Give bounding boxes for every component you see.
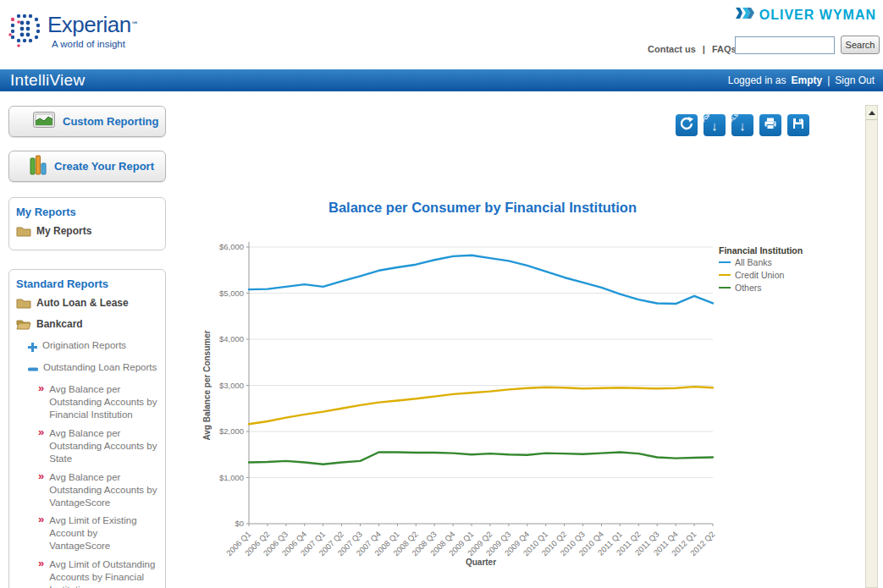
download-xls-button[interactable]: XLS ↓ — [731, 114, 753, 136]
search-button[interactable]: Search — [841, 36, 880, 54]
experian-name: Experian — [47, 12, 131, 37]
svg-text:$1,000: $1,000 — [219, 473, 244, 482]
scroll-up-button[interactable] — [866, 106, 877, 120]
header-links-separator: | — [703, 44, 705, 54]
my-reports-folder-label: My Reports — [36, 225, 91, 237]
svg-text:Avg Balance per Consumer: Avg Balance per Consumer — [202, 330, 212, 440]
legend-label: Others — [735, 283, 762, 293]
experian-logo: Experian℠ A world of insight — [8, 12, 139, 51]
tree-folder-label: Bankcard — [36, 318, 83, 330]
my-reports-panel: My Reports My Reports — [8, 197, 166, 250]
experian-tagline: A world of insight — [52, 39, 139, 49]
oliver-wyman-name: OLIVER WYMAN — [759, 8, 876, 23]
oliver-wyman-logo-icon — [736, 7, 754, 23]
experian-trademark: ℠ — [131, 20, 139, 29]
svg-text:$3,000: $3,000 — [219, 381, 244, 390]
standard-reports-title: Standard Reports — [16, 278, 158, 290]
svg-text:$4,000: $4,000 — [219, 334, 244, 343]
expand-plus-icon — [28, 340, 37, 355]
report-link-avg-balance-vantage[interactable]: » Avg Balance per Outstanding Accounts b… — [38, 471, 158, 509]
legend-item-credit-union: Credit Union — [719, 270, 803, 280]
refresh-button[interactable] — [676, 114, 698, 136]
legend-swatch-credit-union — [719, 274, 731, 276]
refresh-icon — [679, 116, 694, 135]
report-bullet-icon: » — [38, 383, 44, 393]
header-links: Contact us | FAQs — [648, 44, 737, 54]
bar-chart-icon — [30, 155, 47, 179]
legend-item-others: Others — [719, 283, 803, 293]
app-title: IntelliView — [0, 71, 86, 90]
print-button[interactable] — [759, 114, 781, 136]
custom-reporting-button[interactable]: Custom Reporting — [8, 106, 166, 137]
my-reports-folder[interactable]: My Reports — [16, 225, 158, 240]
save-icon — [791, 116, 806, 135]
report-link-avg-limit-fi[interactable]: » Avg Limit of Outstanding Accounts by F… — [38, 558, 158, 588]
vertical-scrollbar[interactable] — [865, 105, 878, 588]
tree-group-label: Outstanding Loan Reports — [43, 361, 157, 374]
pdf-badge: PDF — [701, 113, 712, 124]
tree-group-outstanding[interactable]: Outstanding Loan Reports — [28, 361, 158, 377]
report-bullet-icon: » — [38, 427, 44, 437]
report-bullet-icon: » — [38, 558, 44, 569]
svg-text:$6,000: $6,000 — [219, 242, 244, 251]
folder-icon — [16, 225, 31, 240]
create-your-report-button[interactable]: Create Your Report — [8, 151, 166, 182]
page: Experian℠ A world of insight OLIVER WYMA… — [0, 0, 883, 588]
folder-open-icon — [16, 318, 31, 333]
legend-swatch-all-banks — [719, 261, 731, 263]
xls-badge: XLS — [729, 113, 739, 123]
report-label: Avg Balance per Outstanding Accounts by … — [49, 427, 158, 465]
svg-text:Quarter: Quarter — [466, 558, 496, 567]
svg-text:$2,000: $2,000 — [219, 426, 244, 436]
appbar: IntelliView Logged in as Empty | Sign Ou… — [0, 69, 883, 91]
oliver-wyman-logo: OLIVER WYMAN — [736, 7, 876, 23]
report-bullet-icon: » — [38, 514, 44, 525]
tree-group-origination[interactable]: Origination Reports — [28, 339, 158, 355]
report-bullet-icon: » — [38, 471, 44, 481]
standard-reports-panel: Standard Reports Auto Loan & Lease Bankc… — [8, 269, 166, 588]
faqs-link[interactable]: FAQs — [712, 44, 737, 54]
create-your-report-label: Create Your Report — [54, 160, 154, 173]
report-label: Avg Balance per Outstanding Accounts by … — [49, 383, 158, 421]
tree-folder-auto-loan[interactable]: Auto Loan & Lease — [16, 297, 158, 312]
chart-legend: Financial Institution All Banks Credit U… — [719, 245, 803, 295]
area-chart-icon — [33, 112, 55, 131]
search-input[interactable] — [735, 36, 835, 54]
contact-us-link[interactable]: Contact us — [648, 44, 696, 54]
save-button[interactable] — [787, 114, 809, 136]
report-link-avg-balance-fi[interactable]: » Avg Balance per Outstanding Accounts b… — [38, 383, 158, 421]
logged-in-label: Logged in as — [728, 74, 786, 86]
svg-text:$5,000: $5,000 — [219, 289, 244, 298]
my-reports-title: My Reports — [16, 206, 158, 218]
legend-item-all-banks: All Banks — [719, 257, 803, 267]
report-link-avg-balance-state[interactable]: » Avg Balance per Outstanding Accounts b… — [38, 427, 158, 465]
folder-closed-icon — [16, 297, 31, 312]
report-label: Avg Balance per Outstanding Accounts by … — [49, 471, 158, 509]
tree-folder-bankcard[interactable]: Bankcard — [16, 318, 158, 333]
report-label: Avg Limit of Outstanding Accounts by Fin… — [49, 558, 158, 588]
tree-group-label: Origination Reports — [42, 339, 126, 352]
download-xls-icon: ↓ — [739, 119, 746, 132]
svg-text:$0: $0 — [235, 519, 244, 528]
download-pdf-button[interactable]: PDF ↓ — [704, 114, 726, 136]
session-info: Logged in as Empty | Sign Out — [728, 69, 875, 91]
session-separator: | — [827, 74, 830, 86]
experian-logo-icon — [8, 12, 42, 51]
custom-reporting-label: Custom Reporting — [63, 115, 158, 128]
chart-toolbar: PDF ↓ XLS ↓ — [676, 114, 809, 136]
legend-label: All Banks — [735, 257, 772, 267]
report-label: Avg Limit of Existing Account by Vantage… — [49, 514, 158, 552]
username: Empty — [791, 74, 822, 86]
scroll-up-icon — [869, 111, 875, 115]
sign-out-link[interactable]: Sign Out — [835, 74, 875, 86]
legend-label: Credit Union — [735, 270, 784, 280]
printer-icon — [763, 116, 778, 135]
legend-title: Financial Institution — [719, 245, 803, 256]
legend-swatch-others — [719, 287, 731, 289]
collapse-minus-icon — [28, 362, 38, 377]
report-link-avg-limit-existing[interactable]: » Avg Limit of Existing Account by Vanta… — [38, 514, 158, 552]
download-pdf-icon: ↓ — [711, 119, 718, 132]
tree-folder-label: Auto Loan & Lease — [36, 297, 129, 309]
